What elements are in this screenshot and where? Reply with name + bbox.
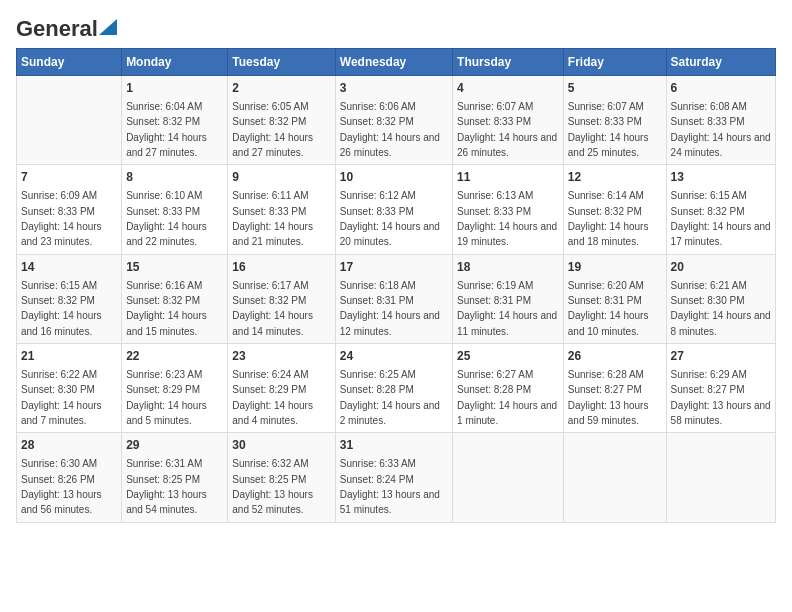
cell-info: Sunrise: 6:11 AMSunset: 8:33 PMDaylight:… <box>232 190 313 247</box>
calendar-cell: 16Sunrise: 6:17 AMSunset: 8:32 PMDayligh… <box>228 254 335 343</box>
cell-info: Sunrise: 6:07 AMSunset: 8:33 PMDaylight:… <box>457 101 557 158</box>
cell-info: Sunrise: 6:15 AMSunset: 8:32 PMDaylight:… <box>671 190 771 247</box>
day-number: 7 <box>21 169 117 186</box>
cell-info: Sunrise: 6:22 AMSunset: 8:30 PMDaylight:… <box>21 369 102 426</box>
day-number: 26 <box>568 348 662 365</box>
calendar-cell: 20Sunrise: 6:21 AMSunset: 8:30 PMDayligh… <box>666 254 775 343</box>
calendar-cell: 4Sunrise: 6:07 AMSunset: 8:33 PMDaylight… <box>453 76 564 165</box>
week-row-2: 7Sunrise: 6:09 AMSunset: 8:33 PMDaylight… <box>17 165 776 254</box>
calendar-cell: 8Sunrise: 6:10 AMSunset: 8:33 PMDaylight… <box>122 165 228 254</box>
cell-info: Sunrise: 6:21 AMSunset: 8:30 PMDaylight:… <box>671 280 771 337</box>
day-number: 5 <box>568 80 662 97</box>
day-number: 22 <box>126 348 223 365</box>
cell-info: Sunrise: 6:28 AMSunset: 8:27 PMDaylight:… <box>568 369 649 426</box>
calendar-cell: 14Sunrise: 6:15 AMSunset: 8:32 PMDayligh… <box>17 254 122 343</box>
day-number: 8 <box>126 169 223 186</box>
cell-info: Sunrise: 6:33 AMSunset: 8:24 PMDaylight:… <box>340 458 440 515</box>
calendar-cell: 10Sunrise: 6:12 AMSunset: 8:33 PMDayligh… <box>335 165 452 254</box>
svg-marker-0 <box>99 19 117 35</box>
cell-info: Sunrise: 6:06 AMSunset: 8:32 PMDaylight:… <box>340 101 440 158</box>
cell-info: Sunrise: 6:24 AMSunset: 8:29 PMDaylight:… <box>232 369 313 426</box>
calendar-cell: 26Sunrise: 6:28 AMSunset: 8:27 PMDayligh… <box>563 344 666 433</box>
cell-info: Sunrise: 6:05 AMSunset: 8:32 PMDaylight:… <box>232 101 313 158</box>
calendar-cell <box>563 433 666 522</box>
day-number: 15 <box>126 259 223 276</box>
cell-info: Sunrise: 6:15 AMSunset: 8:32 PMDaylight:… <box>21 280 102 337</box>
calendar-cell <box>666 433 775 522</box>
week-row-5: 28Sunrise: 6:30 AMSunset: 8:26 PMDayligh… <box>17 433 776 522</box>
day-number: 25 <box>457 348 559 365</box>
calendar-table: SundayMondayTuesdayWednesdayThursdayFrid… <box>16 48 776 523</box>
day-number: 17 <box>340 259 448 276</box>
day-number: 14 <box>21 259 117 276</box>
cell-info: Sunrise: 6:07 AMSunset: 8:33 PMDaylight:… <box>568 101 649 158</box>
cell-info: Sunrise: 6:16 AMSunset: 8:32 PMDaylight:… <box>126 280 207 337</box>
logo-icon <box>99 19 117 35</box>
header-thursday: Thursday <box>453 49 564 76</box>
cell-info: Sunrise: 6:08 AMSunset: 8:33 PMDaylight:… <box>671 101 771 158</box>
calendar-cell: 25Sunrise: 6:27 AMSunset: 8:28 PMDayligh… <box>453 344 564 433</box>
cell-info: Sunrise: 6:04 AMSunset: 8:32 PMDaylight:… <box>126 101 207 158</box>
cell-info: Sunrise: 6:20 AMSunset: 8:31 PMDaylight:… <box>568 280 649 337</box>
calendar-cell: 7Sunrise: 6:09 AMSunset: 8:33 PMDaylight… <box>17 165 122 254</box>
calendar-cell <box>17 76 122 165</box>
calendar-cell: 1Sunrise: 6:04 AMSunset: 8:32 PMDaylight… <box>122 76 228 165</box>
calendar-cell: 19Sunrise: 6:20 AMSunset: 8:31 PMDayligh… <box>563 254 666 343</box>
cell-info: Sunrise: 6:13 AMSunset: 8:33 PMDaylight:… <box>457 190 557 247</box>
day-number: 12 <box>568 169 662 186</box>
day-number: 6 <box>671 80 771 97</box>
calendar-cell: 24Sunrise: 6:25 AMSunset: 8:28 PMDayligh… <box>335 344 452 433</box>
calendar-header: SundayMondayTuesdayWednesdayThursdayFrid… <box>17 49 776 76</box>
week-row-4: 21Sunrise: 6:22 AMSunset: 8:30 PMDayligh… <box>17 344 776 433</box>
day-number: 21 <box>21 348 117 365</box>
calendar-cell: 23Sunrise: 6:24 AMSunset: 8:29 PMDayligh… <box>228 344 335 433</box>
day-number: 31 <box>340 437 448 454</box>
calendar-cell: 29Sunrise: 6:31 AMSunset: 8:25 PMDayligh… <box>122 433 228 522</box>
calendar-body: 1Sunrise: 6:04 AMSunset: 8:32 PMDaylight… <box>17 76 776 523</box>
header-tuesday: Tuesday <box>228 49 335 76</box>
cell-info: Sunrise: 6:30 AMSunset: 8:26 PMDaylight:… <box>21 458 102 515</box>
cell-info: Sunrise: 6:23 AMSunset: 8:29 PMDaylight:… <box>126 369 207 426</box>
cell-info: Sunrise: 6:10 AMSunset: 8:33 PMDaylight:… <box>126 190 207 247</box>
header-row: SundayMondayTuesdayWednesdayThursdayFrid… <box>17 49 776 76</box>
calendar-cell: 13Sunrise: 6:15 AMSunset: 8:32 PMDayligh… <box>666 165 775 254</box>
cell-info: Sunrise: 6:09 AMSunset: 8:33 PMDaylight:… <box>21 190 102 247</box>
calendar-cell: 17Sunrise: 6:18 AMSunset: 8:31 PMDayligh… <box>335 254 452 343</box>
calendar-cell: 12Sunrise: 6:14 AMSunset: 8:32 PMDayligh… <box>563 165 666 254</box>
calendar-cell: 15Sunrise: 6:16 AMSunset: 8:32 PMDayligh… <box>122 254 228 343</box>
day-number: 19 <box>568 259 662 276</box>
calendar-cell: 21Sunrise: 6:22 AMSunset: 8:30 PMDayligh… <box>17 344 122 433</box>
day-number: 11 <box>457 169 559 186</box>
day-number: 23 <box>232 348 330 365</box>
calendar-cell: 27Sunrise: 6:29 AMSunset: 8:27 PMDayligh… <box>666 344 775 433</box>
calendar-cell: 9Sunrise: 6:11 AMSunset: 8:33 PMDaylight… <box>228 165 335 254</box>
calendar-cell: 30Sunrise: 6:32 AMSunset: 8:25 PMDayligh… <box>228 433 335 522</box>
day-number: 30 <box>232 437 330 454</box>
day-number: 9 <box>232 169 330 186</box>
cell-info: Sunrise: 6:31 AMSunset: 8:25 PMDaylight:… <box>126 458 207 515</box>
week-row-3: 14Sunrise: 6:15 AMSunset: 8:32 PMDayligh… <box>17 254 776 343</box>
calendar-cell: 28Sunrise: 6:30 AMSunset: 8:26 PMDayligh… <box>17 433 122 522</box>
header-sunday: Sunday <box>17 49 122 76</box>
week-row-1: 1Sunrise: 6:04 AMSunset: 8:32 PMDaylight… <box>17 76 776 165</box>
day-number: 27 <box>671 348 771 365</box>
cell-info: Sunrise: 6:27 AMSunset: 8:28 PMDaylight:… <box>457 369 557 426</box>
day-number: 29 <box>126 437 223 454</box>
header-wednesday: Wednesday <box>335 49 452 76</box>
calendar-cell: 22Sunrise: 6:23 AMSunset: 8:29 PMDayligh… <box>122 344 228 433</box>
cell-info: Sunrise: 6:17 AMSunset: 8:32 PMDaylight:… <box>232 280 313 337</box>
day-number: 2 <box>232 80 330 97</box>
cell-info: Sunrise: 6:18 AMSunset: 8:31 PMDaylight:… <box>340 280 440 337</box>
calendar-cell: 31Sunrise: 6:33 AMSunset: 8:24 PMDayligh… <box>335 433 452 522</box>
logo: General <box>16 16 117 38</box>
day-number: 13 <box>671 169 771 186</box>
day-number: 3 <box>340 80 448 97</box>
cell-info: Sunrise: 6:14 AMSunset: 8:32 PMDaylight:… <box>568 190 649 247</box>
cell-info: Sunrise: 6:25 AMSunset: 8:28 PMDaylight:… <box>340 369 440 426</box>
calendar-cell: 6Sunrise: 6:08 AMSunset: 8:33 PMDaylight… <box>666 76 775 165</box>
logo-general: General <box>16 16 98 42</box>
calendar-cell: 11Sunrise: 6:13 AMSunset: 8:33 PMDayligh… <box>453 165 564 254</box>
cell-info: Sunrise: 6:12 AMSunset: 8:33 PMDaylight:… <box>340 190 440 247</box>
calendar-cell: 18Sunrise: 6:19 AMSunset: 8:31 PMDayligh… <box>453 254 564 343</box>
day-number: 10 <box>340 169 448 186</box>
